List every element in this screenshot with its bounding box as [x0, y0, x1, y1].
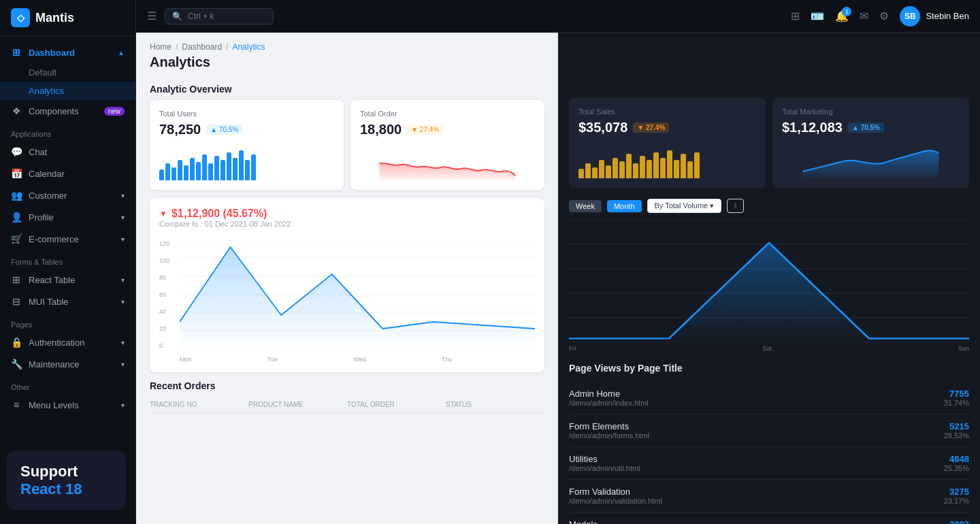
sidebar-item-profile[interactable]: 👤 Profile ▾	[0, 206, 135, 228]
sidebar-item-mui-table[interactable]: ⊟ MUI Table ▾	[0, 291, 135, 312]
stat-value-row-orders: 18,800 ▼ 27.4%	[360, 122, 535, 137]
components-badge: new	[104, 107, 125, 116]
bar	[220, 160, 225, 180]
income-header-left: ▼ $1,12,900 (45.67%) Compare to : 01 Dec…	[159, 208, 291, 235]
profile-icon: 👤	[11, 212, 22, 223]
sidebar-item-authentication[interactable]: 🔒 Authentication ▾	[0, 331, 135, 353]
page-view-item: Utilities /demo/admin/util.html 4848 25.…	[569, 447, 969, 480]
week-button[interactable]: Week	[569, 200, 602, 212]
income-section: ▼ $1,12,900 (45.67%) Compare to : 01 Dec…	[136, 198, 558, 380]
dark-badge-marketing: ▲ 70.5%	[848, 122, 884, 133]
topbar-right: ⊞ 🪪 🔔 1 ✉ ⚙ SB Stebin Ben	[791, 6, 969, 27]
bar	[687, 161, 693, 178]
bar	[190, 158, 195, 180]
pv-left: Modals /demo/admin/modals.html	[569, 519, 655, 524]
sidebar-item-calendar[interactable]: 📅 Calendar	[0, 163, 135, 184]
orders-table-header: TRACKING NO PRODUCT NAME TOTAL ORDER STA…	[150, 397, 544, 413]
bar	[208, 163, 213, 180]
page-views-title: Page Views by Page Title	[569, 363, 969, 374]
pv-title: Form Validation	[569, 487, 662, 497]
bar	[592, 167, 598, 179]
chart-area	[180, 240, 535, 349]
breadcrumb-current: Analytics	[232, 42, 265, 52]
menu-levels-icon: ≡	[11, 399, 22, 410]
bar	[184, 165, 189, 180]
other-section-label: Other	[0, 375, 135, 394]
sidebar-item-react-table[interactable]: ⊞ React Table ▾	[0, 269, 135, 291]
bar	[239, 150, 244, 180]
bar	[681, 154, 686, 178]
bar	[196, 162, 201, 181]
bar	[165, 163, 170, 180]
breadcrumb: Home / Dashboard / Analytics	[150, 42, 544, 52]
breadcrumb-home[interactable]: Home	[150, 42, 172, 52]
analytic-overview-title: Analytic Overview	[136, 77, 558, 100]
sidebar-item-menu-levels[interactable]: ≡ Menu Levels ▾	[0, 394, 135, 416]
bar	[172, 167, 176, 180]
pv-left: Form Validation /demo/admin/validation.h…	[569, 487, 662, 505]
search-box[interactable]: 🔍	[165, 8, 274, 24]
sidebar-item-chat[interactable]: 💬 Chat	[0, 141, 135, 163]
support-react-tooltip: Support React 18	[7, 451, 126, 510]
breadcrumb-dashboard[interactable]: Dashboard	[182, 42, 222, 52]
notification-icon[interactable]: 🔔 1	[835, 10, 849, 22]
settings-icon[interactable]: ⚙	[879, 10, 889, 22]
pv-right: 5215 28.53%	[944, 421, 969, 440]
col-total-order: TOTAL ORDER	[347, 401, 446, 408]
page-view-item: Form Validation /demo/admin/validation.h…	[569, 480, 969, 512]
bar	[606, 165, 611, 178]
download-button[interactable]: ⬇	[727, 199, 744, 213]
col-tracking: TRACKING NO	[150, 401, 248, 408]
applications-section-label: Applications	[0, 122, 135, 141]
sidebar-item-ecommerce[interactable]: 🛒 E-commerce ▾	[0, 228, 135, 250]
pv-left: Utilities /demo/admin/util.html	[569, 454, 640, 472]
mail-icon[interactable]: ✉	[860, 10, 868, 22]
dark-cards-row: Total Sales $35,078 ▼ 27.4% Total Market…	[569, 98, 969, 188]
sidebar-item-dashboard[interactable]: ⊞ Dashboard ▲	[0, 42, 135, 63]
dark-badge-sales: ▼ 27.4%	[633, 122, 669, 133]
dark-stat-label-marketing: Total Marketing	[782, 108, 960, 116]
pv-left: Form Elements /demo/admin/forms.html	[569, 421, 649, 440]
page-views-list: Admin Home /demo/admin/index.html 7755 3…	[569, 382, 969, 524]
sidebar-item-components[interactable]: ❖ Components new	[0, 100, 135, 122]
pv-right: 4848 25.35%	[944, 454, 969, 472]
right-panel: Total Sales $35,078 ▼ 27.4% Total Market…	[558, 33, 980, 524]
customer-icon: 👥	[11, 190, 22, 201]
pv-pct: 28.53%	[944, 431, 969, 440]
search-input[interactable]	[188, 12, 256, 21]
sidebar-item-default[interactable]: Default	[0, 63, 135, 82]
pv-title: Modals	[569, 519, 655, 524]
main-wrapper: ☰ 🔍 ⊞ 🪪 🔔 1 ✉ ⚙ SB Stebin Ben	[136, 0, 980, 524]
sidebar-item-analytics[interactable]: Analytics	[0, 82, 135, 100]
area-chart-red	[360, 143, 535, 180]
pv-url: /demo/admin/validation.html	[569, 497, 662, 505]
pv-right: 3003 22.21%	[944, 519, 969, 524]
logo-icon: ◇	[11, 8, 30, 27]
sidebar-item-maintenance[interactable]: 🔧 Maintenance ▾	[0, 353, 135, 375]
components-icon: ❖	[11, 105, 22, 116]
pv-pct: 23.17%	[944, 497, 969, 505]
card-icon[interactable]: 🪪	[811, 10, 824, 22]
pv-title: Utilities	[569, 454, 640, 464]
pv-title: Admin Home	[569, 389, 649, 399]
react-table-icon: ⊞	[11, 274, 22, 285]
stat-value-orders: 18,800	[360, 122, 402, 137]
menu-toggle-button[interactable]: ☰	[147, 10, 157, 22]
grid-icon[interactable]: ⊞	[791, 10, 800, 22]
month-button[interactable]: Month	[607, 200, 642, 212]
pv-count: 4848	[944, 454, 969, 464]
pv-pct: 25.35%	[944, 464, 969, 472]
stat-badge-users: ▲ 70.5%	[206, 125, 242, 135]
chart-x-labels: MonTueWedThuFri	[180, 356, 535, 363]
page-content-area: Home / Dashboard / Analytics Analytics A…	[136, 33, 980, 524]
stat-card-orders: Total Order 18,800 ▼ 27.4%	[350, 100, 544, 190]
dashboard-icon: ⊞	[11, 47, 22, 58]
bar	[233, 158, 238, 180]
user-info[interactable]: SB Stebin Ben	[900, 6, 969, 27]
menu-levels-chevron: ▾	[121, 402, 125, 409]
volume-button[interactable]: By Total Volume ▾	[647, 199, 722, 213]
sidebar-item-customer[interactable]: 👥 Customer ▾	[0, 184, 135, 206]
stat-cards-row: Total Users 78,250 ▲ 70.5% Total Order 1…	[136, 100, 558, 198]
mui-table-icon: ⊟	[11, 296, 22, 307]
dark-stat-value-sales: $35,078 ▼ 27.4%	[578, 120, 756, 135]
